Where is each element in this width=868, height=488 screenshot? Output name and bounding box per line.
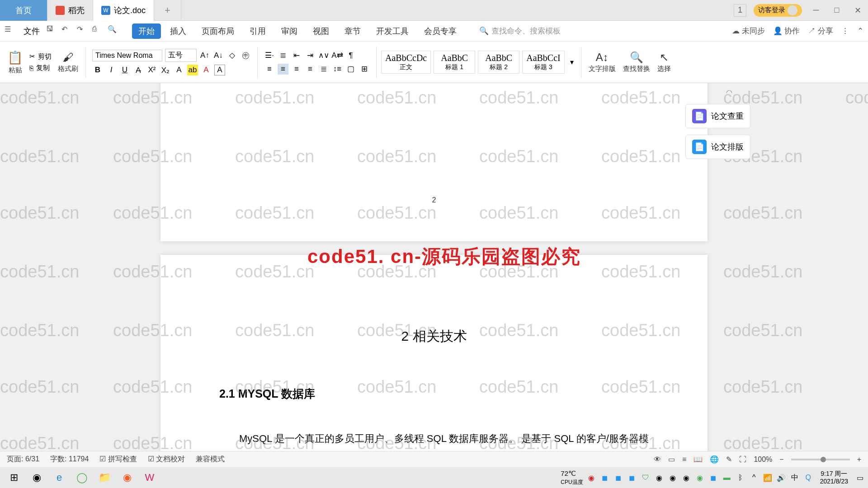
tab-start[interactable]: 开始 [132, 23, 161, 39]
chevron-up-icon[interactable]: ^ [749, 472, 760, 483]
share-button[interactable]: ↗ 分享 [808, 26, 833, 36]
justify-icon[interactable]: ≡ [305, 64, 316, 75]
tab-dev[interactable]: 开发工具 [370, 23, 415, 39]
paper-check-button[interactable]: 📄论文查重 [685, 104, 750, 128]
zoom-in-button[interactable]: + [857, 455, 861, 464]
tab-vip[interactable]: 会员专享 [418, 23, 463, 39]
new-tab-button[interactable]: + [154, 0, 181, 21]
volume-icon[interactable]: 🔊 [776, 472, 787, 483]
app1-icon[interactable]: ◉ [116, 469, 138, 487]
view-outline-icon[interactable]: ≡ [682, 455, 686, 464]
word-count[interactable]: 字数: 11794 [50, 455, 89, 464]
view-page-icon[interactable]: ▭ [668, 455, 675, 464]
login-button[interactable]: 访客登录 [754, 4, 802, 17]
zoom-level[interactable]: 100% [754, 455, 772, 464]
shrink-font-icon[interactable]: A↓ [213, 50, 224, 61]
tab-home[interactable]: 首页 [0, 0, 47, 21]
page-indicator[interactable]: 页面: 6/31 [7, 455, 39, 464]
tab-insert[interactable]: 插入 [164, 23, 193, 39]
zoom-out-button[interactable]: − [779, 455, 783, 464]
text-effect-button[interactable]: A [174, 65, 184, 75]
search-box[interactable]: 🔍查找命令、搜索模板 [479, 26, 561, 36]
tray-icon-4[interactable]: ◼ [627, 472, 637, 483]
minimize-button[interactable]: ─ [806, 0, 826, 21]
browser-icon[interactable]: ◯ [71, 469, 93, 487]
wps-icon[interactable]: W [138, 469, 161, 487]
tab-view[interactable]: 视图 [307, 23, 335, 39]
tab-review[interactable]: 审阅 [275, 23, 304, 39]
font-color-button[interactable]: A [201, 65, 212, 75]
font-size-select[interactable]: 五号 [165, 49, 197, 62]
paste-group[interactable]: 📋粘贴 [5, 50, 26, 75]
grow-font-icon[interactable]: A↑ [199, 50, 210, 61]
close-button[interactable]: ✕ [847, 0, 868, 21]
save-icon[interactable]: 🖫 [46, 25, 59, 38]
clear-format-icon[interactable]: ◇ [226, 50, 237, 61]
collapse-panel-icon[interactable]: ◠ [726, 88, 732, 97]
font-select[interactable]: Times New Roma [92, 50, 162, 61]
tab-ref[interactable]: 引用 [243, 23, 272, 39]
tray-icon-q[interactable]: Q [803, 472, 814, 483]
superscript-button[interactable]: X² [146, 65, 157, 75]
file-menu[interactable]: 文件 [20, 26, 43, 37]
subscript-button[interactable]: X₂ [160, 65, 171, 75]
undo-icon[interactable]: ↶ [61, 25, 74, 38]
align-center-icon[interactable]: ≡ [278, 64, 288, 75]
copy-button[interactable]: ⎘复制 [29, 64, 52, 72]
start-button[interactable]: ⊞ [3, 469, 25, 487]
ie-icon[interactable]: e [48, 469, 71, 487]
show-marks-icon[interactable]: ¶ [345, 50, 356, 61]
bluetooth-icon[interactable]: ᛒ [735, 472, 746, 483]
underline-button[interactable]: U [119, 65, 130, 75]
eye-icon[interactable]: 👁 [654, 455, 661, 464]
collab-button[interactable]: 👤 协作 [773, 26, 800, 36]
numbering-icon[interactable]: ≣ [278, 50, 288, 61]
style-h1[interactable]: AaBbC标题 1 [434, 51, 475, 74]
sort-icon[interactable]: ∧∨ [318, 50, 329, 61]
fit-icon[interactable]: ⛶ [739, 455, 746, 464]
sync-status[interactable]: ☁ 未同步 [732, 26, 765, 36]
print-icon[interactable]: ⎙ [92, 25, 105, 38]
ime-icon[interactable]: 中 [789, 472, 800, 483]
tray-icon-3[interactable]: ◼ [613, 472, 624, 483]
char-border-button[interactable]: A [214, 65, 225, 75]
collapse-ribbon-icon[interactable]: ⌃ [857, 26, 863, 36]
tab-chapter[interactable]: 章节 [338, 23, 367, 39]
more-icon[interactable]: ⋮ [841, 26, 849, 36]
tab-layout[interactable]: 页面布局 [195, 23, 241, 39]
menu-icon[interactable]: ☰ [5, 25, 17, 38]
tab-daoke[interactable]: 稻壳 [47, 0, 93, 21]
painter-button[interactable]: 🖌格式刷 [55, 51, 81, 73]
style-h2[interactable]: AaBbC标题 2 [478, 51, 519, 74]
find-replace-button[interactable]: 🔍查找替换 [620, 51, 653, 73]
align-left-icon[interactable]: ≡ [264, 64, 275, 75]
italic-button[interactable]: I [106, 65, 117, 75]
cortana-icon[interactable]: ◉ [25, 469, 48, 487]
tray-icon-9[interactable]: ◉ [694, 472, 705, 483]
maximize-button[interactable]: □ [826, 0, 847, 21]
tab-document[interactable]: W论文.doc [93, 0, 154, 21]
tray-icon-7[interactable]: ◉ [667, 472, 678, 483]
tray-icon-6[interactable]: ◉ [654, 472, 665, 483]
view-web-icon[interactable]: 🌐 [710, 455, 719, 464]
distribute-icon[interactable]: ≣ [318, 64, 329, 75]
style-more-icon[interactable]: ▾ [567, 58, 576, 66]
style-normal[interactable]: AaBbCcDc正文 [381, 51, 431, 74]
dec-indent-icon[interactable]: ⇤ [291, 50, 302, 61]
strike-button[interactable]: A̶ [133, 65, 144, 75]
wifi-icon[interactable]: 📶 [762, 472, 773, 483]
line-spacing-icon[interactable]: ↕≡ [332, 64, 343, 75]
explorer-icon[interactable]: 📁 [93, 469, 116, 487]
tray-icon-2[interactable]: ◼ [599, 472, 610, 483]
tray-icon-10[interactable]: ◼ [708, 472, 719, 483]
tray-icon-5[interactable]: 🛡 [640, 472, 651, 483]
preview-icon[interactable]: 🔍 [108, 25, 120, 38]
style-h3[interactable]: AaBbCcI标题 3 [522, 51, 565, 74]
tray-icon-11[interactable]: ▬ [722, 472, 732, 483]
align-right-icon[interactable]: ≡ [291, 64, 302, 75]
redo-icon[interactable]: ↷ [77, 25, 90, 38]
clock[interactable]: 9:17 周一2021/8/23 [820, 470, 848, 485]
tray-icon-8[interactable]: ◉ [681, 472, 692, 483]
bold-button[interactable]: B [92, 65, 103, 75]
proof-check[interactable]: ☑ 文档校对 [148, 455, 185, 464]
